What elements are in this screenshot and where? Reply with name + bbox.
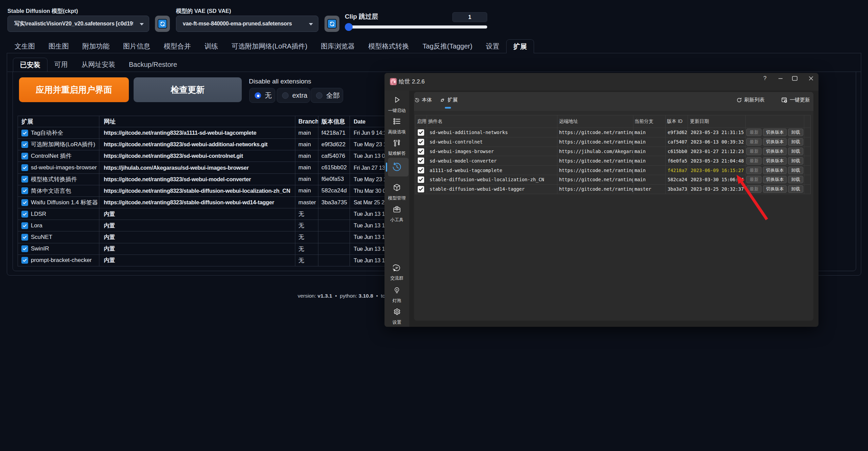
extension-name: 可选附加网络(LoRA插件) — [31, 140, 95, 148]
extensions-subtab[interactable]: Backup/Restore — [122, 58, 184, 72]
disable-extensions-radio[interactable]: 无 — [249, 88, 275, 103]
sidebar-item-advanced-options[interactable]: 高级选项 — [384, 117, 409, 135]
update-all-button[interactable]: 一键更新 — [782, 97, 810, 103]
sidebar-item-community[interactable]: 交流群 — [384, 264, 409, 281]
extension-enabled-checkbox[interactable] — [21, 245, 28, 252]
extension-enabled-checkbox[interactable] — [21, 211, 28, 218]
latest-button[interactable]: 最新 — [746, 138, 762, 146]
main-tab[interactable]: 设置 — [479, 39, 506, 53]
latest-button[interactable]: 最新 — [746, 185, 762, 193]
uninstall-button[interactable]: 卸载 — [788, 129, 803, 136]
extension-version: 582ca24d — [318, 185, 350, 196]
close-button[interactable] — [806, 74, 816, 83]
main-tab[interactable]: 图生图 — [42, 39, 76, 53]
disable-extensions-radio[interactable]: 全部 — [311, 88, 343, 103]
switch-version-button[interactable]: 切换版本 — [763, 148, 787, 155]
extension-enabled-checkbox[interactable] — [21, 199, 28, 206]
switch-version-button[interactable]: 切换版本 — [763, 129, 787, 136]
check-updates-button[interactable]: 检查更新 — [134, 77, 242, 102]
plug-icon — [440, 97, 445, 103]
uninstall-button[interactable]: 卸载 — [788, 176, 803, 183]
launcher-tabstrip: 本体 扩展 刷新列表 一键更新 — [414, 92, 813, 111]
uninstall-button[interactable]: 卸载 — [788, 138, 803, 146]
apply-restart-button[interactable]: 应用并重启用户界面 — [19, 77, 129, 102]
extension-name: ControlNet 插件 — [31, 152, 72, 160]
plugin-enabled-checkbox[interactable] — [418, 167, 424, 173]
switch-version-button[interactable]: 切换版本 — [763, 167, 787, 174]
gear-icon — [393, 308, 401, 316]
sidebar-item-model-management[interactable]: 模型管理 — [384, 183, 409, 201]
clip-skip-slider[interactable] — [348, 25, 487, 29]
latest-button[interactable]: 最新 — [746, 176, 762, 183]
extension-branch: 无 — [295, 220, 318, 231]
help-button[interactable]: ? — [760, 74, 770, 83]
sidebar-item-widgets[interactable]: 小工具 — [384, 205, 409, 223]
main-tab[interactable]: 扩展 — [506, 39, 534, 53]
sidebar-item-version-management[interactable] — [384, 162, 409, 173]
main-tab[interactable]: 图库浏览器 — [314, 39, 361, 53]
extension-enabled-checkbox[interactable] — [21, 164, 28, 171]
main-tab[interactable]: 模型合并 — [157, 39, 198, 53]
clip-skip-slider-handle[interactable] — [345, 23, 353, 31]
launcher-tab-extensions[interactable]: 扩展 — [440, 97, 458, 103]
plugin-enabled-checkbox[interactable] — [418, 139, 424, 145]
extensions-subtab[interactable]: 从网址安装 — [75, 58, 122, 72]
vae-refresh-button[interactable] — [324, 16, 339, 32]
extension-enabled-checkbox[interactable] — [21, 176, 28, 183]
launcher-sidebar: 一键启动 高级选项 疑难解答 模型管理 小工具 交流群 灯泡 设置 — [384, 91, 409, 327]
launcher-tab-main[interactable]: 本体 — [415, 97, 432, 103]
plugin-enabled-checkbox[interactable] — [418, 129, 424, 136]
extension-enabled-checkbox[interactable] — [21, 187, 28, 194]
switch-version-button[interactable]: 切换版本 — [763, 185, 787, 193]
minimize-button[interactable] — [775, 74, 786, 83]
sidebar-item-bulb[interactable]: 灯泡 — [384, 286, 409, 304]
uninstall-button[interactable]: 卸载 — [788, 167, 803, 174]
uninstall-button[interactable]: 卸载 — [788, 148, 803, 155]
vae-label: 模型的 VAE (SD VAE) — [176, 7, 231, 15]
main-tab[interactable]: 模型格式转换 — [361, 39, 416, 53]
disable-extensions-radio[interactable]: extra — [277, 88, 310, 103]
uninstall-button[interactable]: 卸载 — [788, 185, 803, 193]
launcher-content-panel: 本体 扩展 刷新列表 一键更新 启用 插件名 远端地址 当前分支 版本 — [414, 92, 813, 321]
ckpt-dropdown[interactable]: 写实\realisticVisionV20_v20.safetensors [c… — [7, 16, 149, 32]
latest-button[interactable]: 最新 — [746, 167, 762, 174]
sidebar-item-launch[interactable]: 一键启动 — [384, 95, 409, 114]
extension-enabled-checkbox[interactable] — [21, 141, 28, 148]
extension-enabled-checkbox[interactable] — [21, 130, 28, 136]
extensions-subtab[interactable]: 已安装 — [13, 58, 47, 72]
ckpt-refresh-button[interactable] — [155, 16, 170, 32]
refresh-list-button[interactable]: 刷新列表 — [736, 97, 765, 103]
main-tab[interactable]: 附加功能 — [76, 39, 116, 53]
vae-dropdown[interactable]: vae-ft-mse-840000-ema-pruned.safetensors — [176, 16, 318, 32]
launcher-titlebar[interactable]: 绘世 2.2.6 ? — [384, 73, 818, 91]
extension-enabled-checkbox[interactable] — [21, 257, 28, 264]
switch-version-button[interactable]: 切换版本 — [763, 176, 787, 183]
plugin-enabled-checkbox[interactable] — [418, 157, 424, 164]
plugin-name: sd-webui-additional-networks — [427, 128, 557, 137]
latest-button[interactable]: 最新 — [746, 129, 762, 136]
uninstall-button[interactable]: 卸载 — [788, 157, 803, 165]
main-tab[interactable]: 可选附加网络(LoRA插件) — [225, 39, 314, 53]
extensions-subtab[interactable]: 可用 — [47, 58, 75, 72]
plugin-enabled-checkbox[interactable] — [418, 186, 424, 192]
switch-version-button[interactable]: 切换版本 — [763, 157, 787, 165]
plugin-enabled-checkbox[interactable] — [418, 176, 424, 183]
switch-version-button[interactable]: 切换版本 — [763, 138, 787, 146]
plugin-enabled-checkbox[interactable] — [418, 148, 424, 155]
launcher-table-row: sd-webui-model-converter https://gitcode… — [415, 156, 810, 165]
extension-enabled-checkbox[interactable] — [21, 222, 28, 229]
latest-button[interactable]: 最新 — [746, 157, 762, 165]
main-tab[interactable]: 图片信息 — [116, 39, 157, 53]
main-tab[interactable]: 文生图 — [8, 39, 42, 53]
maximize-button[interactable] — [790, 74, 800, 83]
main-tab[interactable]: Tag反推(Tagger) — [416, 39, 479, 53]
latest-button[interactable]: 最新 — [746, 148, 762, 155]
clip-skip-value[interactable]: 1 — [452, 12, 487, 22]
sidebar-item-settings[interactable]: 设置 — [384, 308, 409, 325]
main-tab[interactable]: 训练 — [198, 39, 225, 53]
plugin-version: c615bb0 — [666, 147, 688, 156]
extension-enabled-checkbox[interactable] — [21, 234, 28, 241]
sidebar-item-troubleshoot[interactable]: 疑难解答 — [384, 139, 409, 156]
extension-enabled-checkbox[interactable] — [21, 153, 28, 159]
column-header-enabled: 启用 — [415, 115, 427, 128]
